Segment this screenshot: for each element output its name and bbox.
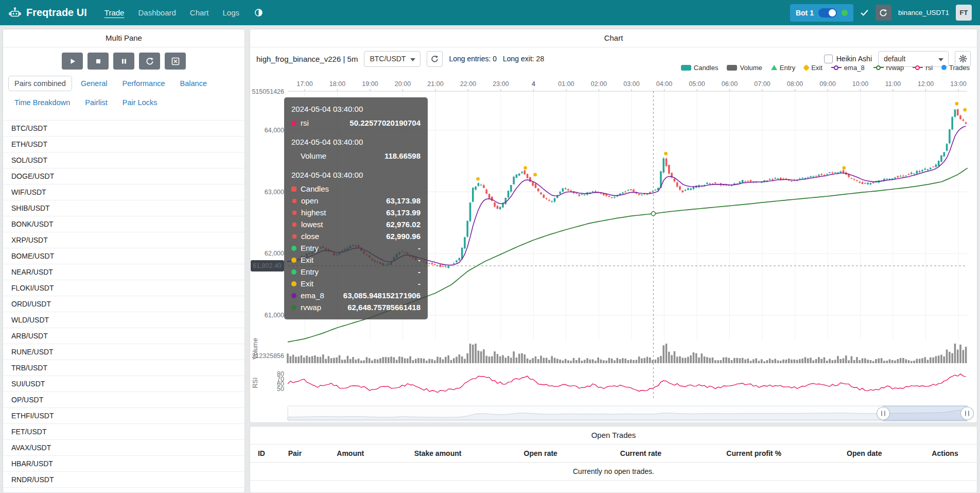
svg-text:17:00: 17:00 [296, 80, 312, 88]
pair-list-item[interactable]: ETH/USDT [3, 137, 244, 152]
svg-text:01:00: 01:00 [558, 80, 574, 88]
pair-list-item[interactable]: SUI/USDT [3, 376, 244, 392]
tab-pairs-combined[interactable]: Pairs combined [8, 76, 72, 91]
tab-pair-locks[interactable]: Pair Locks [116, 95, 164, 110]
tab-performance[interactable]: Performance [116, 76, 171, 91]
svg-text:06:00: 06:00 [722, 80, 738, 88]
svg-text:61,000: 61,000 [265, 312, 284, 319]
pair-list-item[interactable]: ARB/USDT [3, 328, 244, 344]
svg-text:64,000: 64,000 [265, 127, 284, 134]
svg-text:18:00: 18:00 [329, 80, 345, 88]
stop-button[interactable] [87, 53, 109, 70]
pair-list-item[interactable]: RNDR/USDT [3, 472, 244, 488]
pair-list-item[interactable]: BTC/USDT [3, 121, 244, 137]
svg-text:10:00: 10:00 [852, 80, 868, 88]
tab-balance[interactable]: Balance [174, 76, 213, 91]
bot-control-buttons [3, 47, 244, 70]
nav-link-chart[interactable]: Chart [190, 8, 209, 17]
svg-text:RSI: RSI [252, 378, 259, 388]
pair-list-item[interactable]: SHIB/USDT [3, 200, 244, 216]
tab-pairlist[interactable]: Pairlist [79, 95, 114, 110]
legend-label: Trades [949, 64, 970, 72]
legend-item-rvwap[interactable]: rvwap [873, 64, 904, 72]
pair-list-item[interactable]: RUNE/USDT [3, 344, 244, 360]
legend-item-exit[interactable]: Exit [804, 64, 822, 72]
long-exit-label: Long exit: 28 [503, 55, 544, 63]
pair-list-item[interactable]: BOME/USDT [3, 248, 244, 264]
price-chart-canvas[interactable]: 61,00062,00063,00064,00017:0018:0019:002… [250, 76, 977, 423]
nav-links: TradeDashboardChartLogs [104, 8, 253, 17]
svg-text:11:00: 11:00 [885, 80, 901, 88]
ema_8-legend-icon [831, 67, 842, 68]
legend-item-ema_8[interactable]: ema_8 [831, 64, 865, 72]
exit-marker [523, 166, 527, 169]
tab-time-breakdown[interactable]: Time Breakdown [8, 95, 76, 110]
pair-list-item[interactable]: TRB/USDT [3, 360, 244, 376]
pair-list-item[interactable]: WIF/USDT [3, 184, 244, 200]
bot-toggle[interactable] [818, 8, 837, 18]
theme-toggle-button[interactable] [253, 7, 264, 18]
column-header-current-profit-: Current profit % [692, 445, 816, 463]
open-trades-title: Open Trades [250, 427, 977, 445]
pair-list-item[interactable]: SOL/USDT [3, 152, 244, 168]
pair-list-item[interactable]: AR/USDT [3, 488, 244, 493]
pair-list-item[interactable]: OP/USDT [3, 392, 244, 408]
chart-refresh-button[interactable] [427, 51, 443, 67]
bot-reload-button[interactable] [876, 5, 891, 21]
pair-list-item[interactable]: ORDI/USDT [3, 296, 244, 312]
pair-list-item[interactable]: NEAR/USDT [3, 264, 244, 280]
legend-item-rsi[interactable]: rsi [913, 64, 933, 72]
legend-item-entry[interactable]: Entry [771, 64, 795, 72]
play-button[interactable] [62, 53, 83, 70]
nav-link-trade[interactable]: Trade [104, 8, 125, 17]
exit-marker [476, 177, 480, 181]
clear-chart-button[interactable] [165, 53, 186, 70]
svg-text:08:00: 08:00 [787, 80, 803, 88]
pair-list-item[interactable]: BONK/USDT [3, 216, 244, 232]
nav-link-logs[interactable]: Logs [223, 8, 240, 17]
legend-item-candles[interactable]: Candles [681, 64, 719, 72]
rvwap-legend-icon [873, 67, 884, 68]
column-header-open-rate: Open rate [492, 445, 589, 463]
pair-list-item[interactable]: XRP/USDT [3, 232, 244, 248]
pair-list-item[interactable]: DOGE/USDT [3, 168, 244, 184]
pair-list-item[interactable]: HBAR/USDT [3, 456, 244, 472]
pair-list-item[interactable]: ETHFI/USDT [3, 408, 244, 424]
svg-text:23:00: 23:00 [493, 80, 509, 88]
pair-list-item[interactable]: FET/USDT [3, 424, 244, 440]
legend-label: Volume [740, 64, 762, 72]
chart-panel-title: Chart [250, 29, 977, 47]
pair-select[interactable]: BTC/USDT [364, 51, 421, 67]
pause-button[interactable] [113, 53, 134, 70]
multi-pane-tabs: Pairs combinedGeneralPerformanceBalanceT… [3, 70, 244, 112]
refresh-icon [431, 55, 439, 63]
bot-ok-check-icon [860, 8, 869, 17]
exchange-label: binance_USDT1 [898, 9, 949, 16]
svg-text:63,000: 63,000 [265, 189, 284, 196]
tab-general[interactable]: General [75, 76, 114, 91]
nav-link-dashboard[interactable]: Dashboard [138, 8, 176, 17]
svg-text:20:00: 20:00 [395, 80, 411, 88]
pair-list-item[interactable]: WLD/USDT [3, 312, 244, 328]
legend-item-volume[interactable]: Volume [727, 64, 762, 72]
svg-text:21:00: 21:00 [427, 80, 443, 88]
brand: Freqtrade UI [8, 6, 87, 20]
chart-panel: Chart high_frog_binance_v226 | 5m BTC/US… [250, 29, 977, 423]
pair-list-item[interactable]: AVAX/USDT [3, 440, 244, 456]
svg-text:4: 4 [532, 80, 535, 88]
datazoom-handle[interactable] [877, 407, 890, 420]
multi-pane-title: Multi Pane [3, 29, 244, 47]
moon-contrast-icon [254, 8, 263, 17]
legend-item-trades[interactable]: Trades [941, 64, 970, 72]
datazoom-handle[interactable] [961, 407, 974, 420]
datazoom-selection[interactable] [883, 406, 967, 421]
pair-list-item[interactable]: FLOKI/USDT [3, 280, 244, 296]
reload-config-button[interactable] [139, 53, 160, 70]
avatar[interactable]: FT [956, 5, 972, 21]
bot-selector[interactable]: Bot 1 [790, 4, 853, 22]
svg-text:22:00: 22:00 [460, 80, 476, 88]
pair-list: BTC/USDTETH/USDTSOL/USDTDOGE/USDTWIF/USD… [3, 120, 244, 493]
legend-label: Entry [780, 64, 795, 72]
rsi-legend-icon [913, 67, 923, 68]
svg-text:50: 50 [277, 385, 284, 393]
